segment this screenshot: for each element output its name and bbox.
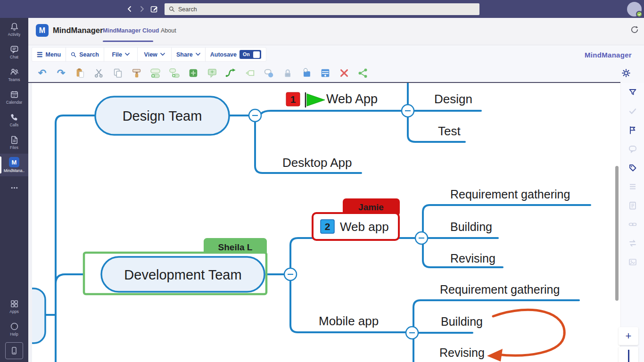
mobile-device-button[interactable] [5, 342, 23, 359]
view-menu[interactable]: View [138, 48, 172, 61]
presence-available-icon [636, 11, 643, 17]
teams-top-bar [0, 0, 644, 18]
calendar-icon [10, 90, 19, 99]
link-icon[interactable] [628, 220, 637, 229]
sidebar-item-teams[interactable]: Teams [0, 63, 28, 86]
undo-icon[interactable]: ↶ [36, 66, 49, 79]
avatar[interactable] [627, 2, 642, 16]
file-menu[interactable]: File [104, 48, 138, 61]
files-icon [10, 135, 19, 144]
tab-about[interactable]: About [161, 27, 176, 34]
back-icon[interactable] [125, 5, 134, 13]
swap-icon[interactable] [628, 239, 637, 248]
node-web-app-top[interactable]: 1 Web App [286, 92, 378, 107]
sidebar-item-label: Help [10, 332, 18, 337]
teams-search-box[interactable] [165, 3, 479, 15]
node-desktop-app[interactable]: Desktop App [282, 156, 352, 170]
svg-text:Requirement gathering: Requirement gathering [450, 188, 570, 201]
mindmap-canvas[interactable]: Design Team 1 Web App Design Test Deskto… [32, 83, 620, 362]
sidebar-item-help[interactable]: ? Help [0, 318, 28, 340]
zoom-slider[interactable] [619, 347, 638, 362]
collapse-toggle[interactable] [406, 327, 418, 339]
forward-icon[interactable] [138, 5, 146, 13]
node-design-team[interactable]: Design Team [95, 97, 229, 135]
node-test[interactable]: Test [438, 124, 461, 138]
add-callout-icon[interactable] [206, 66, 218, 79]
add-tag-icon[interactable] [243, 66, 256, 79]
zoom-in-button[interactable]: + [619, 327, 638, 345]
insert-spreadsheet-icon[interactable] [319, 66, 331, 79]
sidebar-item-chat[interactable]: Chat [0, 41, 28, 63]
redo-icon[interactable]: ↷ [55, 66, 67, 79]
tab-mindmanager-cloud[interactable]: MindManager Cloud [103, 27, 159, 34]
list-icon[interactable] [628, 182, 637, 191]
apps-icon [10, 299, 19, 308]
sidebar-item-label: Files [10, 145, 18, 150]
insert-topic-icon[interactable] [187, 66, 199, 79]
node-design[interactable]: Design [434, 92, 472, 106]
sidebar-item-calls[interactable]: Calls [0, 108, 28, 131]
check-icon[interactable] [628, 107, 637, 116]
delete-icon[interactable] [338, 66, 350, 79]
svg-text:Revising: Revising [439, 346, 485, 359]
svg-text:Web app: Web app [340, 220, 389, 234]
node-building-1[interactable]: Building [450, 220, 492, 233]
node-building-2[interactable]: Building [441, 315, 483, 328]
node-revising-2[interactable]: Revising [439, 346, 485, 359]
sidebar-item-label: Calls [10, 123, 19, 127]
notes-icon[interactable] [628, 201, 637, 210]
settings-gear-icon[interactable] [621, 68, 631, 78]
copy-icon[interactable] [111, 66, 124, 79]
tag-icon[interactable] [628, 163, 637, 173]
svg-text:2: 2 [325, 221, 330, 232]
node-root[interactable] [32, 288, 45, 343]
compose-icon[interactable] [150, 5, 158, 13]
sidebar-item-apps[interactable]: Apps [0, 295, 28, 318]
sidebar-item-label: MindMana.. [4, 168, 25, 173]
teams-search-input[interactable] [178, 6, 458, 13]
relationship-arrow[interactable] [487, 310, 564, 362]
zoom-slider-handle[interactable] [628, 350, 629, 362]
canvas-top-border [28, 82, 620, 83]
node-web-app[interactable]: 2 Web app [313, 213, 399, 240]
collapse-toggle[interactable] [249, 109, 261, 122]
svg-text:Design: Design [434, 92, 472, 106]
sidebar-item-mindmanager[interactable]: M MindMana.. [0, 154, 28, 176]
collapse-toggle[interactable] [402, 105, 414, 117]
node-revising-1[interactable]: Revising [450, 252, 495, 265]
insert-image-icon[interactable] [300, 66, 313, 79]
flag-icon[interactable] [628, 125, 637, 135]
node-req-gathering-2[interactable]: Requirement gathering [440, 283, 560, 296]
add-boundary-icon[interactable] [262, 66, 275, 79]
node-development-team[interactable]: Development Team [101, 257, 264, 292]
collapse-toggle[interactable] [415, 232, 428, 244]
format-painter-icon[interactable] [130, 66, 143, 79]
menu-button[interactable]: ☰Menu [32, 48, 66, 61]
node-req-gathering-1[interactable]: Requirement gathering [450, 188, 570, 201]
mindmanager-logo-icon: M [36, 24, 49, 37]
add-relationship-icon[interactable] [224, 66, 237, 79]
add-topic-icon[interactable] [149, 66, 162, 79]
lock-topic-icon[interactable] [281, 66, 294, 79]
node-mobile-app[interactable]: Mobile app [319, 314, 379, 328]
add-subtopic-icon[interactable] [168, 66, 181, 79]
refresh-icon[interactable] [630, 25, 639, 34]
sidebar-item-calendar[interactable]: Calendar [0, 86, 28, 108]
comment-icon[interactable] [628, 144, 637, 154]
branch-devteam [56, 274, 84, 284]
search-button[interactable]: Search [66, 48, 104, 61]
autosave-toggle[interactable]: On [239, 50, 261, 59]
sidebar-item-activity[interactable]: Activity [0, 18, 28, 41]
chat-icon [10, 45, 19, 54]
image-icon[interactable] [628, 257, 637, 267]
share-map-icon[interactable] [356, 66, 369, 79]
share-menu[interactable]: Share [172, 48, 206, 61]
paste-icon[interactable] [74, 66, 86, 79]
svg-text:Web App: Web App [326, 92, 378, 106]
sidebar-item-more[interactable] [0, 176, 28, 199]
sidebar-item-files[interactable]: Files [0, 131, 28, 154]
collapse-toggle[interactable] [284, 268, 297, 280]
vertical-scrollbar[interactable] [615, 166, 619, 301]
cut-icon[interactable] [92, 66, 105, 79]
filter-icon[interactable] [628, 88, 637, 97]
